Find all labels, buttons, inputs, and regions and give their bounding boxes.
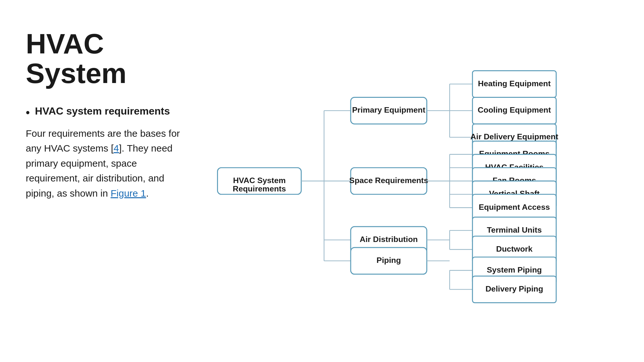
terminal-units-label: Terminal Units [487,226,542,234]
ductwork-label: Ductwork [496,245,533,253]
page: HVACSystem • HVAC system requirements Fo… [0,0,644,362]
diagram-panel: HVAC System Requirements Primary Equipme… [193,19,625,343]
primary-equipment-label: Primary Equipment [352,106,425,114]
equipment-access-label: Equipment Access [479,203,550,211]
bullet-label: HVAC system requirements [35,105,170,118]
figure-link[interactable]: Figure 1 [111,188,146,199]
air-distribution-label: Air Distribution [360,235,418,244]
piping-label: Piping [376,256,401,265]
system-piping-label: System Piping [487,265,542,274]
air-delivery-label: Air Delivery Equipment [470,132,558,141]
body-text-3: . [146,188,149,199]
hvac-diagram: HVAC System Requirements Primary Equipme… [206,19,625,343]
left-panel: HVACSystem • HVAC system requirements Fo… [26,19,193,343]
body-paragraph: Four requirements are the bases for any … [26,126,193,201]
bullet-icon: • [26,105,30,120]
page-title: HVACSystem [26,29,193,88]
root-label-2: Requirements [233,184,286,193]
heating-equipment-label: Heating Equipment [478,79,551,88]
bullet-item: • HVAC system requirements [26,105,193,120]
root-label: HVAC System [233,176,286,185]
space-requirements-label: Space Requirements [349,176,428,185]
cooling-equipment-label: Cooling Equipment [478,106,551,114]
reference-link[interactable]: 4 [114,143,119,153]
delivery-piping-label: Delivery Piping [486,284,543,293]
